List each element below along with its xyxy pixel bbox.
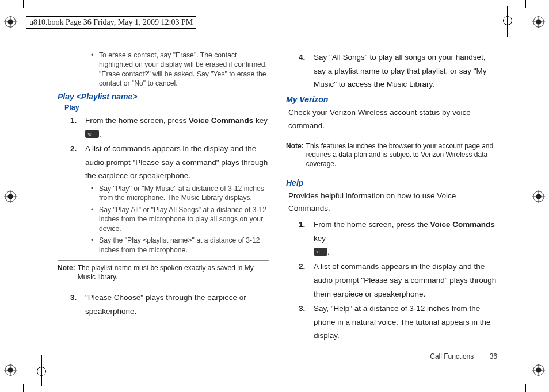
bullet-item: To erase a contact, say "Erase". The con… [91, 51, 269, 89]
note-body: The playlist name must be spoken exactly… [78, 264, 269, 282]
step-row: 3. "Please Choose" plays through the ear… [70, 291, 269, 318]
heading-my-verizon: My Verizon [286, 95, 497, 104]
step-number: 1. [299, 218, 314, 259]
heading-play-playlist: Play <Playlist name> [58, 92, 269, 101]
page-header: u810.book Page 36 Friday, May 1, 2009 12… [26, 16, 196, 29]
registration-icon [532, 364, 545, 376]
step-row: 4. Say "All Songs" to play all songs on … [299, 51, 497, 91]
body-text: Check your Verizon Wireless account stat… [288, 106, 497, 133]
bold-text: Voice Commands [430, 220, 495, 229]
step-text: From the home screen, press the Voice Co… [314, 218, 497, 259]
registration-icon [4, 190, 17, 203]
crop-mark [525, 0, 526, 8]
note-block: Note: The playlist name must be spoken e… [58, 260, 269, 285]
bullet-text: Say "Play" or "My Music" at a distance o… [99, 184, 269, 203]
step-number: 1. [70, 114, 85, 141]
registration-icon [4, 16, 17, 28]
left-column: To erase a contact, say "Erase". The con… [58, 51, 269, 344]
step-number: 2. [299, 260, 314, 301]
step-row: 1. From the home screen, press the Voice… [299, 218, 497, 259]
crop-circle-icon [503, 16, 512, 25]
step-row: 1. From the home screen, press Voice Com… [70, 114, 269, 141]
bullet-text: Say "Play All" or "Play All Songs" at a … [99, 205, 269, 233]
page-body: To erase a contact, say "Erase". The con… [58, 51, 497, 344]
step-text: From the home screen, press Voice Comman… [85, 114, 269, 141]
footer-section: Call Functions [430, 352, 474, 360]
bullet-icon [91, 51, 99, 89]
registration-icon [4, 364, 17, 376]
step-number: 4. [299, 51, 314, 91]
crop-mark [0, 381, 17, 381]
crop-circle-icon [37, 367, 46, 376]
text: key [253, 116, 268, 125]
registration-icon [532, 16, 545, 28]
step-text: Say "All Songs" to play all songs on you… [314, 51, 497, 91]
body-text: Provides helpful information on how to u… [288, 190, 497, 216]
page-number: 36 [490, 352, 497, 360]
note-label: Note: [286, 142, 306, 169]
bullet-icon [91, 236, 99, 255]
step-text: Say, "Help" at a distance of 3-12 inches… [314, 302, 497, 343]
step-row: 2. A list of commands appears in the dis… [70, 142, 269, 183]
bullet-text: Say the "Play <playlist name>" at a dist… [99, 236, 269, 255]
crop-mark [23, 0, 24, 8]
step-text: A list of commands appears in the displa… [85, 142, 269, 183]
bullet-item: Say the "Play <playlist name>" at a dist… [91, 236, 269, 255]
voice-key-icon [314, 248, 327, 256]
bold-text: Voice Commands [189, 116, 253, 125]
note-body: This features launches the browser to yo… [306, 142, 497, 169]
bullet-icon [91, 205, 99, 233]
heading-help: Help [286, 178, 497, 187]
step-number: 3. [70, 291, 85, 318]
crop-mark [525, 384, 526, 392]
page-footer: Call Functions 36 [430, 352, 497, 360]
step-text: A list of commands appears in the displa… [314, 260, 497, 301]
step-number: 3. [299, 302, 314, 343]
crop-mark [23, 384, 24, 392]
crop-mark [532, 11, 549, 11]
crop-mark [0, 11, 17, 11]
text: From the home screen, press the [314, 220, 430, 229]
bullet-icon [91, 184, 99, 203]
note-block: Note: This features launches the browser… [286, 139, 497, 172]
heading-play: Play [64, 103, 269, 112]
step-row: 3. Say, "Help" at a distance of 3-12 inc… [299, 302, 497, 343]
step-text: "Please Choose" plays through the earpie… [85, 291, 269, 318]
bullet-item: Say "Play All" or "Play All Songs" at a … [91, 205, 269, 233]
voice-key-icon [85, 130, 99, 138]
registration-icon [532, 190, 545, 203]
text: From the home screen, press [85, 116, 189, 125]
step-number: 2. [70, 142, 85, 183]
bullet-item: Say "Play" or "My Music" at a distance o… [91, 184, 269, 203]
right-column: 4. Say "All Songs" to play all songs on … [286, 51, 497, 344]
step-row: 2. A list of commands appears in the dis… [299, 260, 497, 301]
note-label: Note: [58, 264, 78, 282]
bullet-text: To erase a contact, say "Erase". The con… [99, 51, 269, 89]
text: key [314, 234, 326, 243]
crop-mark [532, 381, 549, 381]
